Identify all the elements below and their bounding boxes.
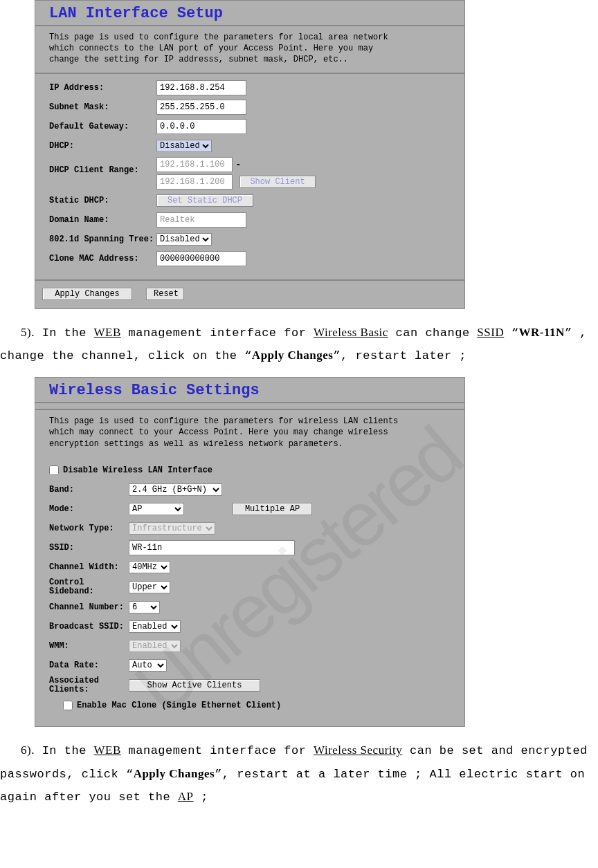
wmm-label: WMM: bbox=[49, 641, 129, 651]
wireless-panel: Wireless Basic Settings This page is use… bbox=[35, 377, 465, 727]
show-active-clients-button[interactable]: Show Active Clients bbox=[129, 679, 260, 692]
channel-width-select[interactable]: 40MHz bbox=[129, 561, 170, 573]
lan-panel: LAN Interface Setup This page is used to… bbox=[35, 0, 465, 309]
lan-description: This page is used to configure the param… bbox=[35, 26, 409, 73]
show-client-button: Show Client bbox=[239, 176, 316, 188]
dhcp-range-to-input bbox=[156, 174, 233, 190]
mode-label: Mode: bbox=[49, 504, 129, 514]
ssid-label: SSID: bbox=[49, 543, 129, 553]
data-rate-select[interactable]: Auto bbox=[129, 659, 167, 672]
channel-width-label: Channel Width: bbox=[49, 562, 129, 572]
mode-select[interactable]: AP bbox=[129, 503, 184, 515]
disable-wlan-checkbox[interactable] bbox=[49, 465, 59, 475]
enable-mac-clone-label: Enable Mac Clone (Single Ethernet Client… bbox=[77, 701, 281, 710]
wireless-title: Wireless Basic Settings bbox=[35, 378, 464, 402]
broadcast-ssid-label: Broadcast SSID: bbox=[49, 622, 129, 631]
ip-input[interactable] bbox=[156, 80, 246, 95]
domain-name-input bbox=[156, 212, 246, 228]
spanning-tree-label: 802.1d Spanning Tree: bbox=[49, 234, 156, 244]
enable-mac-clone-checkbox[interactable] bbox=[63, 701, 73, 710]
clone-mac-input[interactable] bbox=[156, 251, 246, 266]
lan-title: LAN Interface Setup bbox=[35, 1, 464, 25]
dhcp-select[interactable]: Disabled bbox=[156, 140, 212, 152]
broadcast-ssid-select[interactable]: Enabled bbox=[129, 620, 181, 633]
static-dhcp-label: Static DHCP: bbox=[49, 196, 156, 205]
wireless-description: This page is used to configure the param… bbox=[35, 410, 430, 456]
lan-form: IP Address: Subnet Mask: Default Gateway… bbox=[35, 74, 464, 279]
ip-label: IP Address: bbox=[49, 83, 156, 93]
lan-button-bar: Apply Changes Reset bbox=[35, 281, 464, 308]
wmm-select: Enabled bbox=[129, 640, 181, 652]
multiple-ap-button[interactable]: Multiple AP bbox=[233, 503, 312, 515]
band-label: Band: bbox=[49, 485, 129, 495]
dhcp-label: DHCP: bbox=[49, 141, 156, 151]
reset-button[interactable]: Reset bbox=[146, 288, 184, 300]
mask-input[interactable] bbox=[156, 100, 246, 115]
disable-wlan-label: Disable Wireless LAN Interface bbox=[63, 465, 212, 475]
wireless-form: Disable Wireless LAN Interface Band: 2.4… bbox=[35, 456, 464, 727]
dhcp-range-from-input bbox=[156, 157, 233, 172]
gateway-label: Default Gateway: bbox=[49, 122, 156, 131]
channel-number-select[interactable]: 6 bbox=[129, 601, 160, 613]
channel-number-label: Channel Number: bbox=[49, 602, 129, 612]
gateway-input[interactable] bbox=[156, 119, 246, 134]
step6-text: 6). In the WEB management interface for … bbox=[0, 727, 598, 818]
dhcp-range-label: DHCP Client Range: bbox=[49, 157, 156, 175]
associated-clients-label: Associated Clients: bbox=[49, 676, 129, 694]
set-static-dhcp-button: Set Static DHCP bbox=[156, 194, 253, 207]
mask-label: Subnet Mask: bbox=[49, 102, 156, 112]
spanning-tree-select[interactable]: Disabled bbox=[156, 233, 212, 246]
data-rate-label: Data Rate: bbox=[49, 661, 129, 670]
ssid-input[interactable] bbox=[129, 540, 295, 555]
network-type-select: Infrastructure bbox=[129, 522, 215, 535]
control-sideband-label: Control Sideband: bbox=[49, 578, 129, 596]
control-sideband-select[interactable]: Upper bbox=[129, 581, 170, 593]
clone-mac-label: Clone MAC Address: bbox=[49, 254, 156, 264]
apply-changes-button[interactable]: Apply Changes bbox=[42, 288, 132, 300]
step5-text: 5). In the WEB management interface for … bbox=[0, 309, 598, 378]
network-type-label: Network Type: bbox=[49, 524, 129, 533]
band-select[interactable]: 2.4 GHz (B+G+N) bbox=[129, 483, 222, 496]
domain-name-label: Domain Name: bbox=[49, 215, 156, 225]
dash: - bbox=[233, 159, 244, 170]
